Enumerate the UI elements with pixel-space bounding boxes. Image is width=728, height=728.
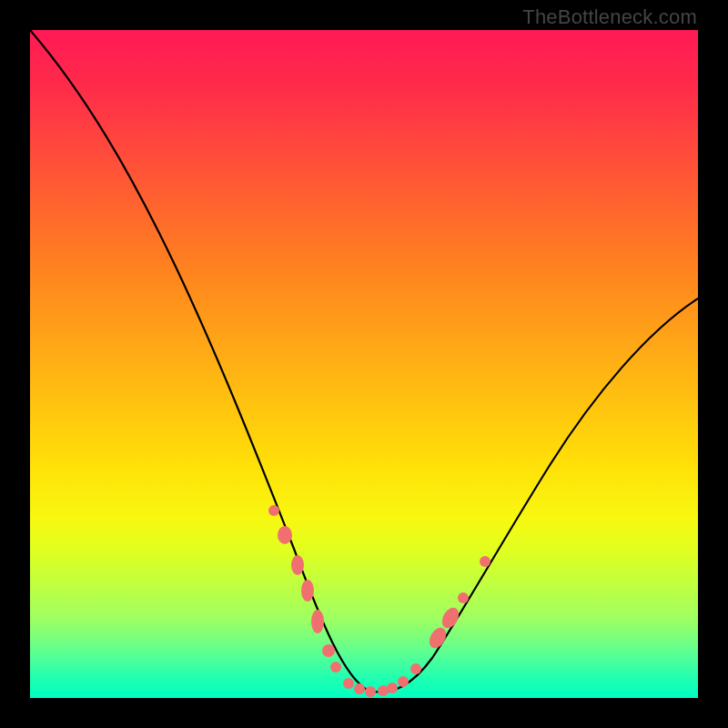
bottleneck-curve — [30, 30, 698, 693]
marker-dot — [398, 676, 409, 687]
chart-container: TheBottleneck.com — [0, 0, 728, 728]
marker-dot — [387, 682, 398, 693]
marker-dot — [480, 556, 490, 567]
chart-svg — [30, 30, 698, 698]
highlight-markers-group — [268, 505, 490, 697]
marker-dot — [291, 555, 304, 575]
marker-dot — [439, 605, 462, 632]
marker-dot — [311, 610, 324, 633]
marker-dot — [278, 526, 292, 544]
marker-dot — [343, 678, 354, 689]
marker-dot — [301, 580, 314, 602]
marker-dot — [354, 683, 365, 694]
watermark-text: TheBottleneck.com — [522, 5, 697, 29]
marker-dot — [410, 663, 421, 674]
marker-dot — [268, 505, 279, 516]
marker-dot — [330, 662, 341, 672]
marker-dot — [458, 592, 469, 603]
marker-dot — [365, 686, 376, 697]
marker-dot — [322, 644, 335, 657]
